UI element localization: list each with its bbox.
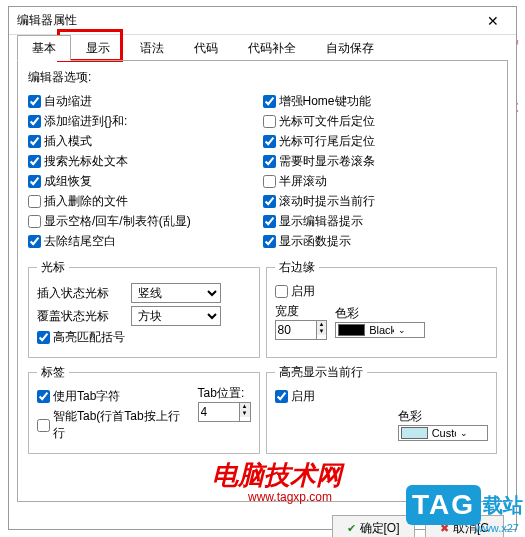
options-right-column: 增强Home键功能光标可文件后定位光标可行尾后定位需要时显示卷滚条半屏滚动滚动时… [263, 90, 498, 253]
opt-left-checkbox-1[interactable]: 添加缩进到{}和: [28, 113, 263, 130]
tab-bar: 基本 显示 语法 代码 代码补全 自动保存 [9, 35, 516, 61]
color-swatch [401, 427, 428, 439]
use-tab-checkbox[interactable]: 使用Tab字符 [37, 388, 192, 405]
opt-left-checkbox-0[interactable]: 自动缩进 [28, 93, 263, 110]
button-bar: ✔确定[O] ✖取消[C [9, 511, 516, 537]
opt-left-checkbox-7[interactable]: 去除结尾空白 [28, 233, 263, 250]
close-button[interactable]: ✕ [478, 10, 508, 32]
smart-tab-checkbox[interactable]: 智能Tab(行首Tab按上行行 [37, 408, 192, 442]
hlline-legend: 高亮显示当前行 [275, 364, 367, 381]
tab-autosave[interactable]: 自动保存 [311, 35, 389, 61]
hlline-enable-checkbox[interactable]: 启用 [275, 388, 489, 405]
opt-left-checkbox-6[interactable]: 显示空格/回车/制表符(乱显) [28, 213, 263, 230]
right-margin-group: 右边缘 启用 宽度 ▲▼ 色彩 [266, 259, 498, 358]
tabchars-legend: 标签 [37, 364, 69, 381]
tab-display[interactable]: 显示 [71, 35, 125, 61]
tab-pos-label: Tab位置: [198, 385, 251, 402]
insert-cursor-label: 插入状态光标 [37, 285, 123, 302]
opt-right-checkbox-1[interactable]: 光标可文件后定位 [263, 113, 498, 130]
ok-button[interactable]: ✔确定[O] [332, 515, 415, 537]
opt-left-checkbox-2[interactable]: 插入模式 [28, 133, 263, 150]
overwrite-cursor-select[interactable]: 方块 [131, 306, 221, 326]
options-left-column: 自动缩进添加缩进到{}和:插入模式搜索光标处文本成组恢复插入删除的文件显示空格/… [28, 90, 263, 253]
margin-width-spinner[interactable]: ▲▼ [275, 320, 328, 340]
highlight-brace-checkbox[interactable]: 高亮匹配括号 [37, 329, 251, 346]
tab-basic[interactable]: 基本 [17, 35, 71, 61]
margin-enable-checkbox[interactable]: 启用 [275, 283, 489, 300]
margin-width-input[interactable] [276, 321, 316, 339]
hlline-color-select[interactable]: Custom...⌄ [398, 425, 488, 441]
opt-right-checkbox-0[interactable]: 增强Home键功能 [263, 93, 498, 110]
editor-properties-dialog: 编辑器属性 ✕ 基本 显示 语法 代码 代码补全 自动保存 编辑器选项: 自动缩… [8, 6, 517, 530]
opt-left-checkbox-3[interactable]: 搜索光标处文本 [28, 153, 263, 170]
overwrite-cursor-label: 覆盖状态光标 [37, 308, 123, 325]
opt-right-checkbox-7[interactable]: 显示函数提示 [263, 233, 498, 250]
tab-panel-basic: 编辑器选项: 自动缩进添加缩进到{}和:插入模式搜索光标处文本成组恢复插入删除的… [17, 60, 508, 502]
titlebar: 编辑器属性 ✕ [9, 7, 516, 35]
opt-right-checkbox-2[interactable]: 光标可行尾后定位 [263, 133, 498, 150]
cursor-legend: 光标 [37, 259, 69, 276]
opt-right-checkbox-4[interactable]: 半屏滚动 [263, 173, 498, 190]
margin-color-select[interactable]: Black⌄ [335, 322, 425, 338]
tab-syntax[interactable]: 语法 [125, 35, 179, 61]
spinner-up-icon[interactable]: ▲ [240, 403, 250, 410]
x-icon: ✖ [440, 522, 449, 535]
spinner-down-icon[interactable]: ▼ [317, 328, 327, 335]
margin-color-label: 色彩 [335, 305, 425, 322]
spinner-down-icon[interactable]: ▼ [240, 410, 250, 417]
highlight-line-group: 高亮显示当前行 启用 色彩 Custom...⌄ [266, 364, 498, 454]
chevron-down-icon: ⌄ [398, 325, 423, 335]
color-swatch [338, 324, 365, 336]
opt-right-checkbox-6[interactable]: 显示编辑器提示 [263, 213, 498, 230]
tab-code[interactable]: 代码 [179, 35, 233, 61]
margin-legend: 右边缘 [275, 259, 319, 276]
dialog-title: 编辑器属性 [17, 12, 77, 29]
opt-left-checkbox-5[interactable]: 插入删除的文件 [28, 193, 263, 210]
editor-options-label: 编辑器选项: [28, 69, 497, 86]
spinner-up-icon[interactable]: ▲ [317, 321, 327, 328]
tab-chars-group: 标签 使用Tab字符 智能Tab(行首Tab按上行行 Tab位置: ▲▼ [28, 364, 260, 454]
margin-width-label: 宽度 [275, 303, 328, 320]
opt-right-checkbox-5[interactable]: 滚动时提示当前行 [263, 193, 498, 210]
tag-watermark-url: www.x27 [475, 522, 519, 534]
chevron-down-icon: ⌄ [460, 428, 485, 438]
opt-left-checkbox-4[interactable]: 成组恢复 [28, 173, 263, 190]
tab-completion[interactable]: 代码补全 [233, 35, 311, 61]
tab-pos-spinner[interactable]: ▲▼ [198, 402, 251, 422]
insert-cursor-select[interactable]: 竖线 [131, 283, 221, 303]
tab-pos-input[interactable] [199, 403, 239, 421]
hlline-color-label: 色彩 [398, 408, 488, 425]
cursor-group: 光标 插入状态光标 竖线 覆盖状态光标 方块 高亮匹配括号 [28, 259, 260, 358]
check-icon: ✔ [347, 522, 356, 535]
opt-right-checkbox-3[interactable]: 需要时显示卷滚条 [263, 153, 498, 170]
